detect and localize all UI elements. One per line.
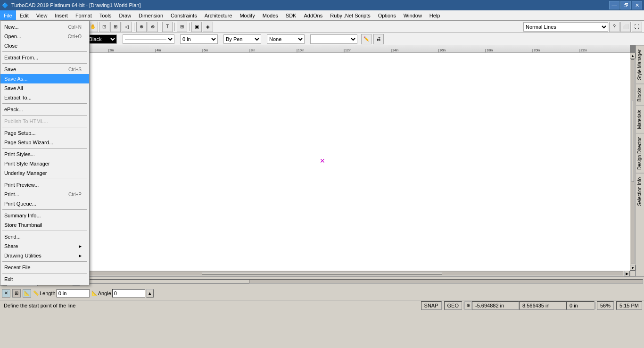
menu-options[interactable]: Options [374,10,400,20]
print-button[interactable]: 🖨 [373,34,384,44]
zoom-window-button[interactable]: ⊞ [110,22,121,32]
menu-underlay-manager[interactable]: Underlay Manager [0,168,89,178]
right-tab-selection-info[interactable]: Selection Info [636,173,644,210]
hscroll-right-button[interactable]: ▶ [624,271,630,276]
length-icon: 📏 [33,290,39,296]
menu-share[interactable]: Share ▶ [0,241,89,251]
menu-close[interactable]: Close [0,41,89,50]
sep10 [2,261,87,262]
vscroll-thumb[interactable] [631,100,634,182]
vscroll-track[interactable] [631,59,635,264]
menu-print-queue[interactable]: Print Queue... [0,199,89,208]
snap-button[interactable]: ⊕ [136,22,147,32]
lineweight-select[interactable]: 0 in [180,34,218,44]
hscroll-bar[interactable]: ◀ ▶ [14,271,630,276]
menu-save-all[interactable]: Save All [0,83,89,93]
view-toggle-button[interactable]: ⬜ [620,22,631,32]
linetype-select[interactable]: ———————— [123,34,174,44]
menu-extract-to[interactable]: Extract To... [0,93,89,102]
vscroll-up-button[interactable]: ▲ [630,53,636,58]
hscroll-track[interactable] [21,272,623,275]
menu-constraints[interactable]: Constraints [167,10,201,20]
menu-print-style-manager[interactable]: Print Style Manager [0,159,89,168]
text-button[interactable]: T [162,22,173,32]
fullscreen-button[interactable]: ⛶ [632,22,642,32]
angle-input[interactable] [112,289,145,298]
tab-scroll-track[interactable] [81,279,644,284]
vscroll-down-button[interactable]: ▼ [630,265,636,271]
angle-coord-item: 📐 Angle ▲ [91,289,154,298]
normal-lines-select[interactable]: Normal Lines [523,22,608,32]
menu-epack[interactable]: ePack... [0,105,89,114]
menu-sdk[interactable]: SDK [282,10,300,20]
menu-format[interactable]: Format [72,10,96,20]
drawing-area[interactable]: -2in 0 2in 4in 6in 8in 10in 12i [7,45,636,276]
length-input[interactable] [57,289,90,298]
menu-page-setup-wizard[interactable]: Page Setup Wizard... [0,138,89,147]
vscroll-bar[interactable]: ▲ ▼ [630,53,636,271]
outer-close-button[interactable]: ✕ [632,1,642,9]
menu-print[interactable]: Print... Ctrl+P [0,190,89,199]
render-button[interactable]: ◈ [203,22,213,32]
menu-save[interactable]: Save Ctrl+S [0,65,89,74]
menu-send[interactable]: Send... [0,232,89,241]
right-tab-design-director[interactable]: Design Director [636,133,644,174]
menu-tools[interactable]: Tools [96,10,116,20]
menu-new[interactable]: New... Ctrl+N [0,22,89,32]
menu-extract-from[interactable]: Extract From... [0,53,89,62]
menu-insert[interactable]: Insert [51,10,72,20]
tab-scroll-thumb[interactable] [81,280,249,283]
menu-recent-file[interactable]: Recent File [0,263,89,272]
bottom-tabs: ◀ 📐 Model 📄 Paper 1 ▶ [0,276,644,286]
coord-icon-2[interactable]: ⊞ [12,289,21,298]
coord-icon-1[interactable]: ✕ [2,289,10,298]
zoom-prev-button[interactable]: ◁ [122,22,132,32]
menu-addons[interactable]: AddOns [300,10,326,20]
zoom-level: 56% [597,301,614,310]
pen-select[interactable]: By Pen [223,34,261,44]
canvas-area[interactable]: ✕ [14,53,630,271]
menu-help[interactable]: Help [426,10,444,20]
svg-text:4in: 4in [157,49,161,52]
menu-save-as[interactable]: Save As... [0,74,89,83]
menu-view[interactable]: View [33,10,51,20]
help-button[interactable]: ? [609,22,619,32]
menu-exit[interactable]: Exit [0,274,89,284]
menu-architecture[interactable]: Architecture [201,10,236,20]
sep2 [2,63,87,64]
menu-modes[interactable]: Modes [259,10,282,20]
right-tab-materials[interactable]: Materials [636,106,644,133]
extra-select[interactable] [310,34,357,44]
zoom-all-button[interactable]: ⊡ [99,22,109,32]
grid-button[interactable]: ⊞ [177,22,187,32]
line-style-bar: Layer 0 Black ———————— 0 in By Pen None … [0,33,644,45]
menu-page-setup[interactable]: Page Setup... [0,128,89,138]
right-tab-style-manager[interactable]: Style Manager [636,45,644,83]
menu-ruby-net-scripts[interactable]: Ruby .Net Scripts [326,10,374,20]
menu-store-thumbnail[interactable]: Store Thumbnail [0,220,89,230]
menu-print-preview[interactable]: Print Preview... [0,180,89,190]
view-3d-button[interactable]: ▣ [191,22,202,32]
menu-drawing-utilities[interactable]: Drawing Utilities ▶ [0,251,89,260]
coord-icon-3[interactable]: 📐 [23,289,31,298]
menu-window[interactable]: Window [400,10,426,20]
menu-draw[interactable]: Draw [115,10,135,20]
snap-status[interactable]: SNAP [421,301,442,310]
menu-summary-info[interactable]: Summary Info... [0,211,89,220]
menu-modify[interactable]: Modify [236,10,258,20]
pen-icon-button[interactable]: ✏️ [361,34,372,44]
menu-file[interactable]: File [0,10,16,20]
snap2-button[interactable]: ⊗ [148,22,158,32]
hscroll-thumb[interactable] [202,272,442,275]
geo-status[interactable]: GEO [444,301,462,310]
menu-open[interactable]: Open... Ctrl+O [0,32,89,41]
none-select[interactable]: None [267,34,305,44]
menu-edit[interactable]: Edit [16,10,33,20]
outer-minimize-button[interactable]: — [609,1,619,9]
outer-restore-button[interactable]: 🗗 [620,1,631,9]
right-tab-blocks[interactable]: Blocks [636,83,644,105]
menu-dimension[interactable]: Dimension [135,10,167,20]
menu-print-styles[interactable]: Print Styles... [0,149,89,159]
sep5 [2,127,87,127]
angle-spinner-up[interactable]: ▲ [146,289,154,298]
